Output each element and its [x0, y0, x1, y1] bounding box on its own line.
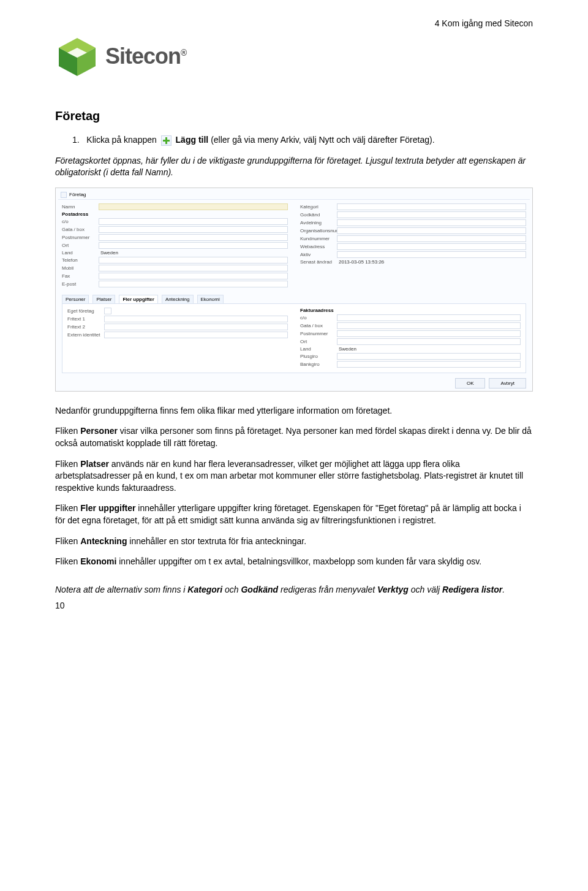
lbl-webadress: Webadress: [300, 244, 337, 249]
cancel-button[interactable]: Avbryt: [489, 378, 526, 389]
field-aktiv[interactable]: [337, 251, 526, 258]
lbl-fritext1: Fritext 1: [67, 316, 104, 322]
lbl-avdelning: Avdelning: [300, 220, 337, 226]
logo-block: Sitecon®: [55, 34, 533, 78]
field-plusgiro[interactable]: [337, 353, 521, 360]
lbl-plusgiro: Plusgiro: [300, 354, 337, 359]
field-webadress[interactable]: [337, 243, 526, 250]
field-ort-left[interactable]: [99, 242, 288, 249]
field-ort-right[interactable]: [337, 338, 521, 345]
field-postnr-right[interactable]: [337, 330, 521, 337]
page-number: 10: [55, 601, 65, 610]
field-mobil[interactable]: [99, 265, 288, 271]
field-gata-right[interactable]: [337, 322, 521, 329]
field-kundnr[interactable]: [337, 235, 526, 242]
field-co-left[interactable]: [99, 218, 288, 225]
lbl-kategori: Kategori: [300, 204, 337, 210]
section-title: Företag: [55, 109, 533, 123]
field-avdelning[interactable]: [337, 219, 526, 226]
field-orgnr[interactable]: [337, 227, 526, 234]
lbl-senast: Senast ändrad: [300, 259, 337, 265]
registered-mark: ®: [181, 48, 186, 58]
field-extern[interactable]: [104, 332, 288, 338]
field-gata-left[interactable]: [99, 226, 288, 233]
field-kategori[interactable]: [337, 203, 526, 210]
lbl-fritext2: Fritext 2: [67, 324, 104, 330]
tab-personer[interactable]: Personer: [62, 295, 89, 303]
field-epost[interactable]: [99, 281, 288, 287]
field-namn[interactable]: [99, 203, 288, 210]
form-left-column: Namn Postadress c/o Gata / box Postnumme…: [62, 203, 288, 289]
note-paragraph: Notera att de alternativ som finns i Kat…: [55, 584, 533, 596]
lbl-mobil: Mobil: [62, 265, 99, 271]
para-platser: Fliken Platser används när en kund har f…: [55, 458, 533, 495]
field-senast: 2013-03-05 13:53:26: [337, 259, 526, 265]
lbl-aktiv: Aktiv: [300, 252, 337, 257]
tab-fler-uppgifter[interactable]: Fler uppgifter: [119, 295, 158, 303]
field-postnr-left[interactable]: [99, 234, 288, 241]
para-personer: Fliken Personer visar vilka personer som…: [55, 425, 533, 449]
tab-anteckning[interactable]: Anteckning: [162, 295, 194, 303]
checkbox-eget[interactable]: [104, 308, 111, 314]
lbl-co-left: c/o: [62, 219, 99, 224]
lbl-telefon: Telefon: [62, 257, 99, 263]
lbl-eget: Eget företag: [67, 308, 104, 314]
step-1: 1. Klicka på knappen Lägg till (eller gå…: [72, 134, 533, 146]
tab-platser[interactable]: Platser: [92, 295, 115, 303]
field-telefon[interactable]: [99, 257, 288, 264]
plus-icon: [161, 135, 172, 146]
lower-panel: Eget företag Fritext 1 Fritext 2 Extern …: [62, 303, 526, 373]
field-land-right[interactable]: Sweden: [337, 346, 521, 352]
lbl-fax: Fax: [62, 273, 99, 279]
lbl-orgnr: Organisationsnummer: [300, 228, 337, 233]
window-title: Företag: [69, 192, 86, 197]
lbl-bankgiro: Bankgiro: [300, 362, 337, 367]
lbl-postnr-right: Postnummer: [300, 331, 337, 336]
form-right-column: Kategori Godkänd Avdelning Organisations…: [300, 203, 526, 289]
lbl-co-right: c/o: [300, 315, 337, 320]
window-titlebar: Företag: [58, 191, 530, 200]
field-fax[interactable]: [99, 273, 288, 279]
field-land-left[interactable]: Sweden: [99, 250, 288, 256]
lbl-kundnr: Kundnummer: [300, 236, 337, 241]
lbl-fakturaadress: Fakturaadress: [300, 308, 337, 313]
lbl-extern: Extern identitet: [67, 332, 104, 338]
para-fler: Fliken Fler uppgifter innehåller ytterli…: [55, 502, 533, 526]
para-ekonomi: Fliken Ekonomi innehåller uppgifter om t…: [55, 556, 533, 568]
lbl-epost: E-post: [62, 281, 99, 287]
field-fritext2[interactable]: [104, 324, 288, 330]
window-icon: [61, 192, 67, 198]
screenshot-company-form: Företag Namn Postadress c/o Gata / box P…: [55, 188, 533, 392]
lbl-land-right: Land: [300, 346, 337, 352]
field-fritext1[interactable]: [104, 316, 288, 322]
logo-text: Sitecon®: [105, 44, 186, 69]
chapter-header: 4 Kom igång med Sitecon: [55, 18, 533, 28]
logo-icon: [55, 34, 99, 78]
lbl-ort-right: Ort: [300, 339, 337, 344]
lbl-land-left: Land: [62, 250, 99, 256]
tabs-row: Personer Platser Fler uppgifter Anteckni…: [62, 295, 526, 303]
field-co-right[interactable]: [337, 314, 521, 321]
lbl-gata-right: Gata / box: [300, 323, 337, 328]
lbl-ort-left: Ort: [62, 243, 99, 248]
intro-paragraph: Företagskortet öppnas, här fyller du i d…: [55, 155, 533, 179]
lbl-namn: Namn: [62, 204, 99, 210]
ok-button[interactable]: OK: [455, 378, 486, 389]
lbl-postadress: Postadress: [62, 211, 99, 217]
lbl-postnr-left: Postnummer: [62, 235, 99, 240]
lbl-godkand: Godkänd: [300, 212, 337, 218]
para-below-grund: Nedanför grunduppgifterna finns fem olik…: [55, 405, 533, 417]
lbl-gata-left: Gata / box: [62, 227, 99, 232]
field-bankgiro[interactable]: [337, 361, 521, 368]
tab-ekonomi[interactable]: Ekonomi: [197, 295, 224, 303]
para-anteckning: Fliken Anteckning innehåller en stor tex…: [55, 536, 533, 548]
field-godkand[interactable]: [337, 211, 526, 218]
